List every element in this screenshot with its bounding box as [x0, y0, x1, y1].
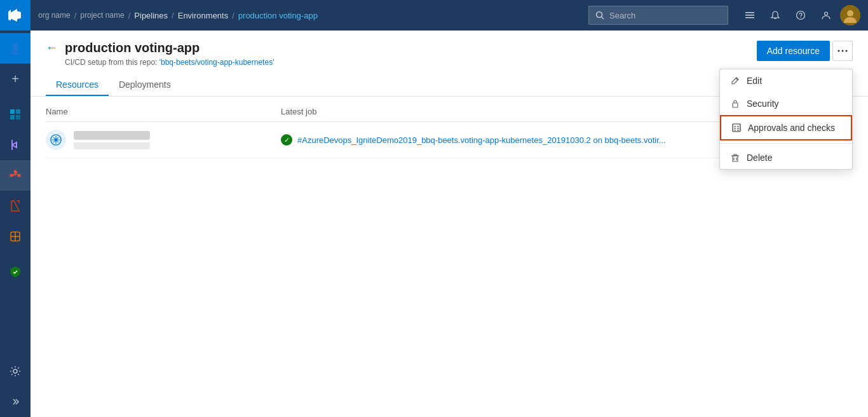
- expand-sidebar-button[interactable]: [0, 386, 31, 417]
- org-label[interactable]: org name: [38, 11, 71, 20]
- search-box[interactable]: [588, 6, 728, 25]
- sidebar-item-overview[interactable]: 👤: [0, 33, 31, 64]
- settings-button[interactable]: [0, 356, 31, 386]
- person-icon: 👤: [9, 43, 22, 55]
- svg-point-10: [13, 369, 17, 373]
- separator-3: /: [172, 11, 174, 20]
- tab-deployments[interactable]: Deployments: [109, 74, 181, 96]
- person-icon: [821, 10, 831, 20]
- ellipsis-icon: [837, 50, 848, 52]
- svg-point-22: [842, 50, 844, 52]
- lock-icon: [730, 99, 740, 108]
- back-button[interactable]: ←: [46, 41, 57, 55]
- menu-item-edit[interactable]: Edit: [720, 69, 852, 92]
- menu-divider: [720, 143, 852, 144]
- artifacts-icon: [9, 230, 22, 243]
- search-input[interactable]: [609, 11, 711, 20]
- notifications-btn[interactable]: [764, 4, 787, 27]
- svg-rect-27: [733, 103, 738, 107]
- svg-point-25: [55, 139, 58, 142]
- tab-resources[interactable]: Resources: [46, 74, 109, 96]
- subtitle-link[interactable]: 'bbq-beets/voting-app-kubernetes': [159, 58, 275, 67]
- kubernetes-icon: [50, 134, 62, 146]
- pipelines-icon: [9, 169, 22, 182]
- menu-item-edit-label: Edit: [747, 76, 762, 86]
- sidebar-item-shield[interactable]: [0, 257, 31, 287]
- sidebar-bottom: [0, 356, 31, 417]
- svg-rect-0: [10, 109, 15, 114]
- settings-icon-btn[interactable]: [738, 4, 761, 27]
- content-area: ← production voting-app CI/CD setup from…: [31, 31, 868, 417]
- menu-item-approvals[interactable]: Approvals and checks: [720, 115, 852, 140]
- separator-4: /: [232, 11, 234, 20]
- project-label[interactable]: project name: [80, 11, 124, 20]
- svg-point-4: [10, 174, 13, 177]
- svg-rect-29: [733, 156, 738, 161]
- svg-rect-13: [745, 12, 754, 13]
- avatar[interactable]: [840, 5, 860, 25]
- svg-point-20: [847, 10, 853, 17]
- main-container: org name / project name / Pipelines / En…: [31, 0, 868, 417]
- separator-1: /: [74, 11, 77, 20]
- svg-point-11: [597, 12, 602, 18]
- job-text[interactable]: #AzureDevops_IgniteDemo2019_bbq-beets.vo…: [297, 135, 666, 145]
- menu-item-security-label: Security: [747, 99, 779, 109]
- add-resource-button[interactable]: Add resource: [757, 41, 830, 61]
- checklist-icon: [731, 123, 742, 132]
- dropdown-menu: Edit Security: [719, 69, 853, 170]
- breadcrumb: org name / project name / Pipelines / En…: [38, 11, 583, 20]
- svg-line-12: [602, 17, 604, 20]
- header-actions: Add resource: [757, 41, 853, 61]
- help-icon: [796, 10, 806, 20]
- menu-item-approvals-label: Approvals and checks: [748, 123, 835, 133]
- svg-point-23: [846, 50, 848, 52]
- svg-rect-3: [16, 115, 20, 120]
- resource-icon: [46, 130, 66, 150]
- resource-name-text[interactable]: [74, 131, 150, 140]
- svg-point-6: [18, 174, 21, 177]
- list-icon: [745, 10, 755, 20]
- subtitle-prefix: CI/CD setup from this repo:: [65, 58, 159, 67]
- resource-name-cell: [46, 130, 281, 150]
- col-name-header: Name: [46, 107, 281, 116]
- svg-rect-15: [745, 17, 754, 18]
- user-settings-btn[interactable]: [815, 4, 837, 27]
- menu-item-delete[interactable]: Delete: [720, 146, 852, 169]
- sidebar-add-button[interactable]: +: [0, 64, 31, 94]
- resource-name-sub: [74, 142, 150, 149]
- current-page-label[interactable]: production voting-app: [238, 11, 318, 20]
- status-success-icon: ✓: [281, 134, 292, 146]
- help-btn[interactable]: [789, 4, 812, 27]
- pipelines-link[interactable]: Pipelines: [134, 11, 168, 20]
- resource-name: [74, 131, 150, 149]
- svg-point-16: [797, 11, 805, 20]
- svg-point-18: [825, 12, 828, 15]
- menu-item-delete-label: Delete: [747, 153, 772, 163]
- menu-item-security[interactable]: Security: [720, 92, 852, 115]
- page-title: production voting-app: [65, 41, 200, 55]
- sidebar: 👤 +: [0, 0, 31, 417]
- sidebar-item-repos[interactable]: [0, 130, 31, 160]
- repos-icon: [9, 139, 22, 151]
- expand-icon: [10, 397, 20, 407]
- sidebar-item-boards[interactable]: [0, 99, 31, 130]
- avatar-image: [840, 5, 860, 25]
- azure-devops-logo[interactable]: [0, 0, 31, 31]
- edit-icon: [730, 76, 740, 85]
- back-title-row: ← production voting-app: [46, 41, 853, 55]
- svg-point-17: [800, 17, 801, 18]
- svg-rect-14: [745, 15, 754, 16]
- boards-icon: [9, 108, 22, 121]
- sidebar-item-artifacts[interactable]: [0, 221, 31, 252]
- svg-rect-28: [733, 124, 740, 132]
- sidebar-item-pipelines[interactable]: [0, 160, 31, 191]
- svg-point-21: [838, 50, 840, 52]
- trash-icon: [730, 153, 740, 162]
- page-subtitle: CI/CD setup from this repo: 'bbq-beets/v…: [65, 58, 853, 67]
- shield-icon: [9, 266, 22, 278]
- environments-link[interactable]: Environments: [178, 11, 228, 20]
- more-options-button[interactable]: [832, 41, 853, 61]
- topbar: org name / project name / Pipelines / En…: [31, 0, 868, 31]
- gear-icon: [10, 366, 21, 377]
- sidebar-item-test[interactable]: [0, 191, 31, 221]
